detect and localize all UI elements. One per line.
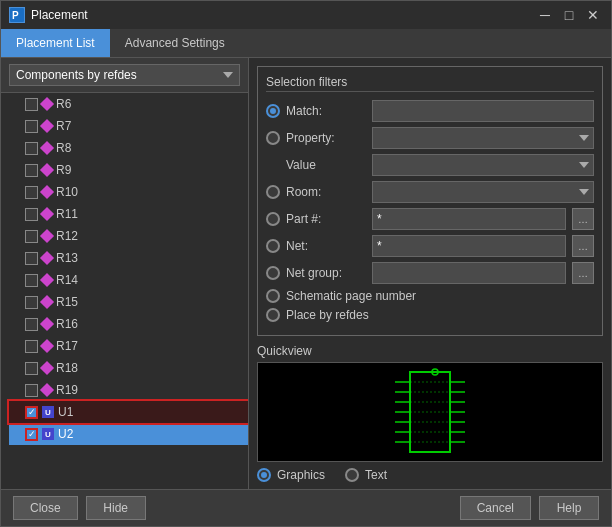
list-item[interactable]: R14	[9, 269, 248, 291]
checkbox-r9[interactable]	[25, 164, 38, 177]
checkbox-r19[interactable]	[25, 384, 38, 397]
maximize-button[interactable]: □	[559, 5, 579, 25]
checkbox-r7[interactable]	[25, 120, 38, 133]
filter-room-row: Room:	[266, 181, 594, 203]
window-title: Placement	[31, 8, 88, 22]
radio-netgroup[interactable]	[266, 266, 280, 280]
list-item[interactable]: R15	[9, 291, 248, 313]
netgroup-label: Net group:	[286, 266, 366, 280]
list-item[interactable]: R8	[9, 137, 248, 159]
filter-net-row: Net: …	[266, 235, 594, 257]
components-dropdown[interactable]: Components by refdes Components by name …	[9, 64, 240, 86]
diamond-icon	[40, 383, 54, 397]
diamond-icon	[40, 317, 54, 331]
radio-placeby[interactable]	[266, 308, 280, 322]
hide-button[interactable]: Hide	[86, 496, 146, 520]
checkbox-r18[interactable]	[25, 362, 38, 375]
list-item[interactable]: R18	[9, 357, 248, 379]
selection-filters: Selection filters Match: Property: Value	[257, 66, 603, 336]
main-window: P Placement ─ □ ✕ Placement List Advance…	[0, 0, 612, 527]
diamond-icon	[40, 97, 54, 111]
checkbox-r12[interactable]	[25, 230, 38, 243]
radio-graphics[interactable]	[257, 468, 271, 482]
close-button[interactable]: ✕	[583, 5, 603, 25]
list-item[interactable]: R16	[9, 313, 248, 335]
radio-property[interactable]	[266, 131, 280, 145]
left-panel: Components by refdes Components by name …	[1, 58, 249, 489]
diamond-icon	[40, 229, 54, 243]
diamond-icon	[40, 185, 54, 199]
net-browse-button[interactable]: …	[572, 235, 594, 257]
diamond-icon	[40, 207, 54, 221]
list-item[interactable]: R10	[9, 181, 248, 203]
radio-part[interactable]	[266, 212, 280, 226]
filter-property-row: Property:	[266, 127, 594, 149]
checkbox-r8[interactable]	[25, 142, 38, 155]
title-bar: P Placement ─ □ ✕	[1, 1, 611, 29]
checkbox-u1[interactable]	[25, 406, 38, 419]
bottom-left-buttons: Close Hide	[13, 496, 146, 520]
value-dropdown[interactable]	[372, 154, 594, 176]
checkbox-r13[interactable]	[25, 252, 38, 265]
diamond-icon	[40, 339, 54, 353]
filters-title: Selection filters	[266, 75, 594, 92]
list-item[interactable]: R11	[9, 203, 248, 225]
text-radio-group: Text	[345, 468, 387, 482]
value-label: Value	[286, 158, 366, 172]
app-icon: P	[9, 7, 25, 23]
cancel-button[interactable]: Cancel	[460, 496, 531, 520]
placeby-label: Place by refdes	[286, 308, 369, 322]
filter-match-row: Match:	[266, 100, 594, 122]
text-label: Text	[365, 468, 387, 482]
net-input[interactable]	[372, 235, 566, 257]
filter-part-row: Part #: …	[266, 208, 594, 230]
list-item[interactable]: R17	[9, 335, 248, 357]
netgroup-input[interactable]	[372, 262, 566, 284]
close-button[interactable]: Close	[13, 496, 78, 520]
title-bar-left: P Placement	[9, 7, 88, 23]
tab-advanced-settings[interactable]: Advanced Settings	[110, 29, 240, 57]
list-item[interactable]: R6	[9, 93, 248, 115]
graphics-label: Graphics	[277, 468, 325, 482]
list-item-u2[interactable]: U U2	[9, 423, 248, 445]
bottom-bar: Close Hide Cancel Help	[1, 489, 611, 526]
filter-value-row: Value	[266, 154, 594, 176]
checkbox-r17[interactable]	[25, 340, 38, 353]
checkbox-r11[interactable]	[25, 208, 38, 221]
property-dropdown[interactable]	[372, 127, 594, 149]
schematic-label: Schematic page number	[286, 289, 416, 303]
diamond-icon	[40, 295, 54, 309]
list-item[interactable]: R12	[9, 225, 248, 247]
list-item[interactable]: R9	[9, 159, 248, 181]
list-item[interactable]: R7	[9, 115, 248, 137]
radio-text[interactable]	[345, 468, 359, 482]
help-button[interactable]: Help	[539, 496, 599, 520]
list-item[interactable]: R13	[9, 247, 248, 269]
tab-placement-list[interactable]: Placement List	[1, 29, 110, 57]
filter-schematic-row: Schematic page number	[266, 289, 594, 303]
radio-schematic[interactable]	[266, 289, 280, 303]
checkbox-r6[interactable]	[25, 98, 38, 111]
list-item-u1[interactable]: U U1	[9, 401, 248, 423]
content-area: Components by refdes Components by name …	[1, 58, 611, 489]
minimize-button[interactable]: ─	[535, 5, 555, 25]
checkbox-r14[interactable]	[25, 274, 38, 287]
graphics-radio-group: Graphics	[257, 468, 325, 482]
radio-net[interactable]	[266, 239, 280, 253]
u-icon: U	[42, 428, 54, 440]
checkbox-r10[interactable]	[25, 186, 38, 199]
radio-room[interactable]	[266, 185, 280, 199]
dropdown-bar: Components by refdes Components by name …	[1, 58, 248, 93]
netgroup-browse-button[interactable]: …	[572, 262, 594, 284]
checkbox-r15[interactable]	[25, 296, 38, 309]
u-icon: U	[42, 406, 54, 418]
list-item[interactable]: R19	[9, 379, 248, 401]
quickview-graphic	[390, 367, 470, 457]
checkbox-r16[interactable]	[25, 318, 38, 331]
match-input[interactable]	[372, 100, 594, 122]
part-browse-button[interactable]: …	[572, 208, 594, 230]
room-dropdown[interactable]	[372, 181, 594, 203]
part-input[interactable]	[372, 208, 566, 230]
radio-match[interactable]	[266, 104, 280, 118]
checkbox-u2[interactable]	[25, 428, 38, 441]
